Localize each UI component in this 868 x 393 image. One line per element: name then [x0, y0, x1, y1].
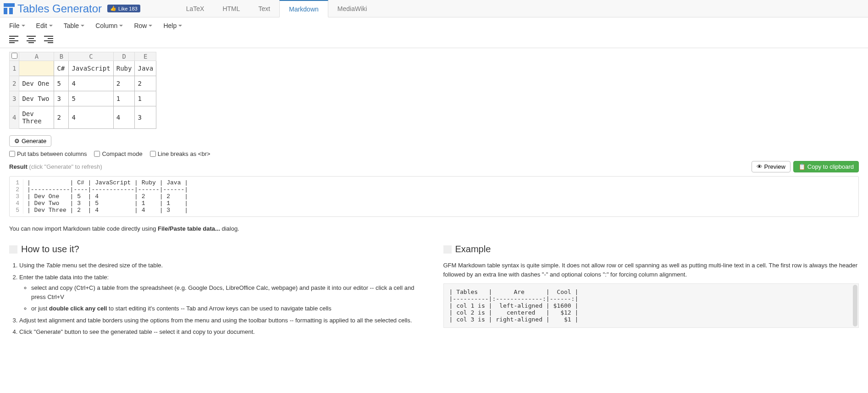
cell-2-E[interactable]: 2 [135, 76, 156, 91]
cell-4-A[interactable]: Dev Three [19, 106, 54, 129]
col-header-C[interactable]: C [69, 52, 113, 61]
svg-rect-11 [48, 42, 53, 43]
svg-rect-6 [27, 40, 36, 41]
result-label: Result [9, 163, 28, 170]
cell-3-A[interactable]: Dev Two [19, 91, 54, 106]
line-number: 5 [10, 207, 23, 214]
result-hint: (click "Generate" to refresh) [29, 163, 102, 170]
fb-like-label: Like 183 [118, 6, 138, 11]
menu-bar: FileEditTableColumnRowHelp [0, 17, 868, 34]
cell-3-D[interactable]: 1 [113, 91, 135, 106]
brand-title: Tables Generator [17, 2, 102, 15]
tab-latex[interactable]: LaTeX [177, 0, 214, 17]
menu-edit[interactable]: Edit [36, 22, 53, 29]
cell-1-D[interactable]: Ruby [113, 61, 135, 76]
menu-file[interactable]: File [9, 22, 25, 29]
cell-4-B[interactable]: 2 [54, 106, 69, 129]
cell-1-A[interactable] [19, 61, 54, 76]
example-section: Example GFM Markdown table syntax is qui… [443, 244, 859, 339]
howto-step-1: Using the Table menu set the desired siz… [19, 261, 425, 270]
svg-rect-0 [9, 36, 18, 37]
option-tabs[interactable]: Put tabs between columns [9, 150, 87, 157]
cell-2-A[interactable]: Dev One [19, 76, 54, 91]
format-tabs: LaTeXHTMLTextMarkdownMediaWiki [177, 0, 376, 17]
menu-help[interactable]: Help [163, 22, 182, 29]
line-number: 1 [10, 179, 23, 186]
chevron-down-icon [49, 25, 53, 27]
howto-section: How to use it? Using the Table menu set … [9, 244, 425, 339]
row-header-3[interactable]: 3 [10, 91, 19, 106]
svg-rect-5 [28, 38, 34, 39]
row-header-4[interactable]: 4 [10, 106, 19, 129]
row-header-1[interactable]: 1 [10, 61, 19, 76]
tab-text[interactable]: Text [249, 0, 280, 17]
line-number: 4 [10, 200, 23, 207]
svg-rect-7 [28, 42, 34, 43]
cell-2-C[interactable]: 4 [69, 76, 113, 91]
chevron-down-icon [81, 25, 84, 27]
output-options: Put tabs between columns Compact mode Li… [0, 147, 868, 160]
col-header-E[interactable]: E [135, 52, 156, 61]
tab-markdown[interactable]: Markdown [279, 0, 328, 17]
import-note: You can now import Markdown table code d… [0, 221, 868, 239]
howto-step-3: Adjust text alignment and table borders … [19, 316, 425, 325]
howto-step-4: Click "Generate" button to see the gener… [19, 327, 425, 337]
cell-1-E[interactable]: Java [135, 61, 156, 76]
chevron-down-icon [149, 25, 152, 27]
editor-grid[interactable]: ABCDE1C#JavaScriptRubyJava2Dev One54223D… [9, 52, 156, 129]
generate-button[interactable]: ⚙ Generate [9, 135, 51, 147]
svg-rect-10 [44, 40, 53, 41]
example-desc: GFM Markdown table syntax is quite simpl… [443, 261, 859, 279]
col-header-A[interactable]: A [19, 52, 54, 61]
menu-row[interactable]: Row [134, 22, 152, 29]
logo[interactable]: Tables Generator [4, 2, 102, 15]
menu-table[interactable]: Table [64, 22, 84, 29]
cell-4-D[interactable]: 4 [113, 106, 135, 129]
option-br[interactable]: Line breaks as <br> [150, 150, 210, 157]
cell-1-C[interactable]: JavaScript [69, 61, 113, 76]
generate-label: Generate [22, 138, 46, 144]
cell-3-E[interactable]: 1 [135, 91, 156, 106]
align-center-icon[interactable] [27, 36, 36, 43]
option-compact[interactable]: Compact mode [94, 150, 142, 157]
result-header: Result (click "Generate" to refresh) 👁 P… [0, 160, 868, 175]
code-output[interactable]: 1| | C# | JavaScript | Ruby | Java |2|--… [9, 176, 859, 217]
cell-4-C[interactable]: 4 [69, 106, 113, 129]
gear-icon: ⚙ [14, 138, 20, 144]
compact-checkbox[interactable] [94, 151, 100, 157]
preview-button[interactable]: 👁 Preview [752, 161, 791, 172]
col-header-B[interactable]: B [54, 52, 69, 61]
tab-html[interactable]: HTML [213, 0, 249, 17]
table-editor: ABCDE1C#JavaScriptRubyJava2Dev One54223D… [0, 48, 868, 135]
tabs-checkbox[interactable] [9, 151, 15, 157]
top-nav: Tables Generator 👍 Like 183 LaTeXHTMLTex… [0, 0, 868, 17]
logo-icon [4, 3, 15, 14]
scrollbar[interactable] [853, 285, 857, 327]
br-checkbox[interactable] [150, 151, 156, 157]
svg-rect-1 [9, 38, 15, 39]
eye-icon: 👁 [757, 163, 763, 170]
row-header-2[interactable]: 2 [10, 76, 19, 91]
align-left-icon[interactable] [9, 36, 18, 43]
cell-2-D[interactable]: 2 [113, 76, 135, 91]
chevron-down-icon [119, 25, 123, 27]
select-all-checkbox[interactable] [10, 52, 19, 61]
howto-title: How to use it? [21, 244, 79, 255]
cell-3-B[interactable]: 3 [54, 91, 69, 106]
code-line-4: | Dev Two | 3 | 5 | 1 | 1 | [23, 200, 192, 207]
cell-2-B[interactable]: 5 [54, 76, 69, 91]
copy-clipboard-button[interactable]: 📋 Copy to clipboard [793, 161, 859, 172]
facebook-like-button[interactable]: 👍 Like 183 [107, 5, 140, 12]
cell-1-B[interactable]: C# [54, 61, 69, 76]
cell-4-E[interactable]: 3 [135, 106, 156, 129]
cell-3-C[interactable]: 5 [69, 91, 113, 106]
chevron-down-icon [22, 25, 25, 27]
col-header-D[interactable]: D [113, 52, 135, 61]
tab-mediawiki[interactable]: MediaWiki [328, 0, 376, 17]
example-code[interactable]: | Tables | Are | Cool | |----------|:---… [443, 283, 859, 328]
code-line-1: | | C# | JavaScript | Ruby | Java | [23, 179, 192, 186]
square-icon [9, 245, 17, 254]
align-right-icon[interactable] [44, 36, 53, 43]
svg-rect-3 [9, 42, 15, 43]
menu-column[interactable]: Column [95, 22, 123, 29]
